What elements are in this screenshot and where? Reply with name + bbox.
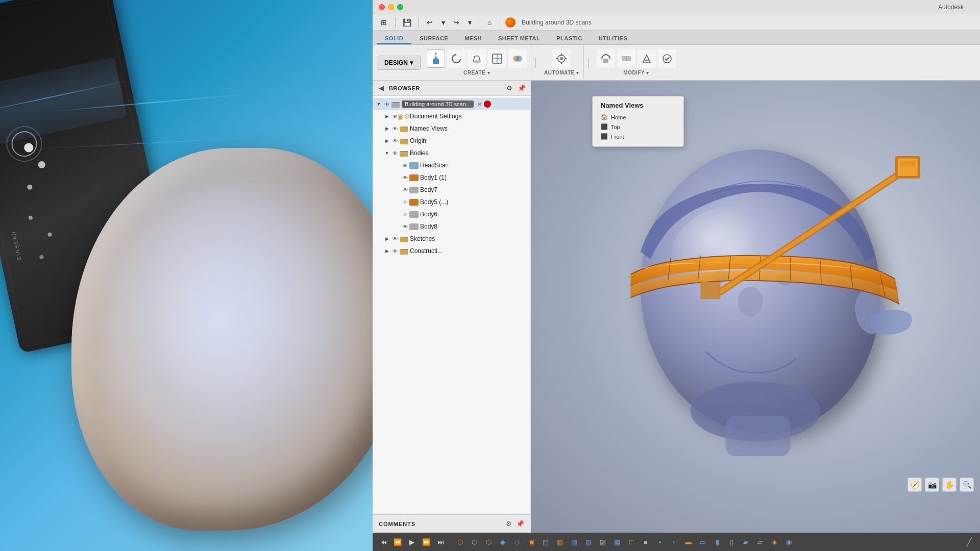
bt-body-5[interactable]: ◇ [510, 535, 524, 548]
bt-end-icon[interactable]: ╱ [963, 535, 976, 548]
vp-camera[interactable]: 📷 [925, 478, 939, 492]
combine-tool[interactable] [508, 49, 527, 68]
sketch-tool[interactable] [488, 49, 506, 68]
doc-x-btn[interactable]: ✕ [476, 101, 483, 108]
body5-eye[interactable]: 👁 [401, 198, 409, 206]
tree-item-body7[interactable]: ▶ 👁 Body7 [373, 184, 530, 196]
bt-body-13[interactable]: □ [625, 535, 638, 548]
tree-item-doc-settings[interactable]: ▶ 👁 ⚙ Document Settings [373, 110, 530, 122]
bt-body-14[interactable]: ■ [639, 535, 652, 548]
tree-item-sketches[interactable]: ▶ 👁 Sketches [373, 233, 530, 245]
browser-collapse[interactable]: ◀ [377, 84, 386, 93]
loft-tool[interactable] [468, 49, 486, 68]
doc-arrow[interactable]: ▼ [375, 100, 383, 108]
bt-play[interactable]: ▶ [405, 535, 419, 548]
bt-body-21[interactable]: ▰ [739, 535, 752, 548]
home-button[interactable]: ⌂ [482, 16, 497, 29]
sketches-arrow[interactable]: ▶ [383, 235, 391, 243]
comments-settings[interactable]: ⚙ [506, 520, 512, 528]
bt-body-2[interactable]: ⬡ [468, 535, 481, 548]
origin-eye[interactable]: 👁 [391, 137, 399, 145]
tree-item-doc[interactable]: ▼ 👁 Building around 3D scan... ✕ [373, 98, 530, 110]
tab-utilities[interactable]: UTILITIES [591, 33, 635, 44]
browser-settings[interactable]: ⚙ [505, 84, 514, 93]
save-button[interactable]: 💾 [400, 16, 414, 29]
bt-body-7[interactable]: ▤ [539, 535, 552, 548]
design-button[interactable]: DESIGN ▾ [377, 56, 421, 70]
tab-mesh[interactable]: MESH [456, 33, 490, 44]
maximize-button[interactable] [397, 4, 403, 10]
bodies-eye[interactable]: 👁 [391, 149, 399, 157]
bt-body-19[interactable]: ▮ [710, 535, 724, 548]
undo-button[interactable]: ↩ [423, 16, 437, 29]
bt-step-back[interactable]: ⏪ [391, 535, 404, 548]
tree-item-construction[interactable]: ▶ 👁 Constructi... [373, 245, 530, 257]
grid-menu-button[interactable]: ⊞ [377, 16, 391, 29]
tree-item-body1[interactable]: ▶ 👁 Body1 (1) [373, 171, 530, 184]
body1-eye[interactable]: 👁 [401, 173, 409, 182]
bt-body-10[interactable]: ▧ [582, 535, 595, 548]
undo-dropdown[interactable]: ▾ [439, 16, 447, 29]
browser-pin[interactable]: 📌 [517, 84, 526, 93]
bodies-arrow[interactable]: ▼ [383, 149, 391, 157]
bt-body-11[interactable]: ▨ [596, 535, 609, 548]
minimize-button[interactable] [388, 4, 394, 10]
modify-tool-2[interactable] [617, 49, 635, 68]
extrude-tool[interactable] [427, 49, 445, 68]
bt-body-8[interactable]: ▥ [553, 535, 567, 548]
construction-arrow[interactable]: ▶ [383, 247, 391, 255]
viewport[interactable]: Named Views 🏠 Home ⬛ Top ⬛ Front [531, 81, 980, 533]
tab-solid[interactable]: SOLID [377, 33, 411, 44]
named-views-eye[interactable]: 👁 [391, 124, 399, 133]
tree-item-body6[interactable]: ▶ 👁 Body6 [373, 208, 530, 220]
body8-eye[interactable]: 👁 [401, 222, 409, 231]
tab-sheet-metal[interactable]: SHEET METAL [490, 33, 548, 44]
automate-tool-1[interactable] [552, 49, 571, 68]
origin-arrow[interactable]: ▶ [383, 137, 391, 145]
doc-settings-arrow[interactable]: ▶ [383, 112, 391, 120]
modify-tool-3[interactable] [638, 49, 656, 68]
vp-pan[interactable]: ✋ [942, 478, 957, 492]
vp-compass[interactable]: 🧭 [908, 478, 922, 492]
tree-item-named-views[interactable]: ▶ 👁 Named Views [373, 122, 530, 135]
construction-eye[interactable]: 👁 [391, 247, 399, 255]
bt-body-15[interactable]: ▪ [653, 535, 667, 548]
tab-plastic[interactable]: PLASTIC [548, 33, 591, 44]
redo-dropdown[interactable]: ▾ [465, 16, 474, 29]
bt-body-9[interactable]: ▦ [568, 535, 581, 548]
tab-surface[interactable]: SURFACE [411, 33, 456, 44]
revolve-tool[interactable] [447, 49, 465, 68]
bt-body-3[interactable]: ⬡ [482, 535, 495, 548]
bt-body-12[interactable]: ▩ [610, 535, 624, 548]
bt-body-6[interactable]: ▣ [525, 535, 538, 548]
bt-body-17[interactable]: ▬ [682, 535, 695, 548]
tree-item-bodies[interactable]: ▼ 👁 Bodies [373, 147, 530, 159]
named-views-arrow[interactable]: ▶ [383, 124, 391, 133]
vp-zoom[interactable]: 🔍 [960, 478, 974, 492]
bt-body-23[interactable]: ◈ [768, 535, 781, 548]
bt-body-24[interactable]: ◉ [782, 535, 795, 548]
tree-item-origin[interactable]: ▶ 👁 Origin [373, 135, 530, 147]
comments-pin[interactable]: 📌 [516, 520, 524, 528]
tree-item-body8[interactable]: ▶ 👁 Body8 [373, 220, 530, 233]
doc-record-btn[interactable] [484, 101, 491, 108]
headscan-eye[interactable]: 👁 [401, 161, 409, 169]
doc-eye[interactable]: 👁 [383, 100, 391, 108]
bt-skip-back[interactable]: ⏮ [377, 535, 390, 548]
close-button[interactable] [379, 4, 385, 10]
bt-step-fwd[interactable]: ⏩ [420, 535, 433, 548]
bt-body-18[interactable]: ▭ [696, 535, 709, 548]
tree-item-body5[interactable]: ▶ 👁 Body5 (...) [373, 196, 530, 208]
bt-body-4[interactable]: ◆ [496, 535, 509, 548]
bt-body-20[interactable]: ▯ [725, 535, 738, 548]
sketches-eye[interactable]: 👁 [391, 235, 399, 243]
bt-body-22[interactable]: ▱ [753, 535, 767, 548]
bt-body-1[interactable]: ⬡ [453, 535, 467, 548]
bt-skip-fwd[interactable]: ⏭ [434, 535, 447, 548]
tree-item-headscan[interactable]: ▶ 👁 HeadScan [373, 159, 530, 171]
body6-eye[interactable]: 👁 [401, 210, 409, 218]
redo-button[interactable]: ↪ [449, 16, 463, 29]
body7-eye[interactable]: 👁 [401, 186, 409, 194]
modify-tool-4[interactable] [658, 49, 676, 68]
bt-body-16[interactable]: ▫ [668, 535, 681, 548]
